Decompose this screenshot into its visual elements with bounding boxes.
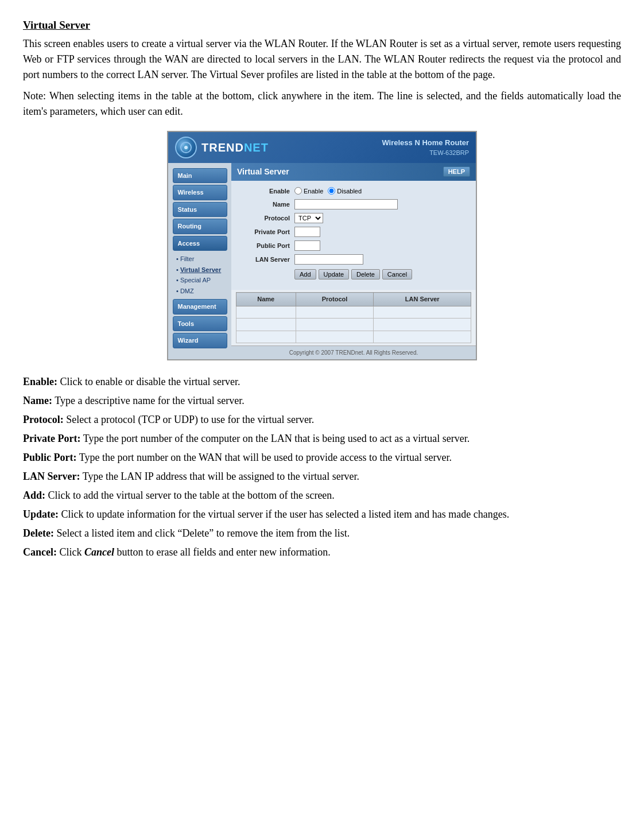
disabled-radio-label[interactable]: Disabled: [328, 187, 362, 196]
table-header-row: Name Protocol LAN Server: [236, 293, 471, 306]
desc-enable-text: Click to enable or disable the virtual s…: [60, 376, 240, 387]
brand-text: TRENDNET: [201, 139, 269, 156]
desc-private-port: Private Port: Type the port number of th…: [23, 431, 621, 446]
desc-public-port-term: Public Port:: [23, 452, 76, 463]
enable-radio-label[interactable]: Enable: [294, 187, 323, 196]
nav-access[interactable]: Access: [173, 236, 227, 251]
router-nav: Main Wireless Status Routing Access Filt…: [168, 163, 231, 360]
desc-name: Name: Type a descriptive name for the vi…: [23, 393, 621, 409]
table-row[interactable]: [236, 331, 471, 343]
nav-routing[interactable]: Routing: [173, 219, 227, 234]
help-button[interactable]: HELP: [443, 166, 470, 177]
protocol-label: Protocol: [240, 213, 294, 223]
model-info: Wireless N Home Router TEW-632BRP: [382, 137, 469, 158]
nav-subitem-dmz[interactable]: DMZ: [176, 286, 231, 297]
public-port-input[interactable]: [294, 240, 320, 251]
desc-protocol-term: Protocol:: [23, 414, 64, 425]
desc-delete: Delete: Select a listed item and click “…: [23, 526, 621, 541]
table-cell-protocol: [296, 331, 374, 343]
enable-radio-enable[interactable]: [294, 187, 302, 195]
name-label: Name: [240, 200, 294, 209]
add-button[interactable]: Add: [294, 269, 316, 279]
desc-enable-term: Enable:: [23, 376, 57, 387]
lan-server-input[interactable]: [294, 254, 363, 265]
table-cell-protocol: [296, 319, 374, 331]
desc-update-term: Update:: [23, 508, 59, 520]
nav-subitem-virtual-server[interactable]: Virtual Server: [176, 265, 231, 275]
page-title: Virtual Server: [23, 17, 621, 34]
router-header: TRENDNET Wireless N Home Router TEW-632B…: [168, 132, 476, 163]
nav-subitem-filter[interactable]: Filter: [176, 254, 231, 265]
desc-update-text: Click to update information for the virt…: [61, 508, 510, 520]
protocol-select[interactable]: TCP UDP: [294, 213, 323, 223]
description-section: Enable: Click to enable or disable the v…: [23, 374, 621, 560]
desc-cancel-pre-text: Click: [59, 546, 84, 558]
desc-add-term: Add:: [23, 490, 45, 501]
table-cell-name: [236, 331, 296, 343]
table-cell-lan: [374, 306, 471, 319]
desc-update: Update: Click to update information for …: [23, 507, 621, 522]
access-subitems: Filter Virtual Server Special AP DMZ: [168, 253, 231, 297]
enable-label: Enable: [240, 187, 294, 196]
private-port-label: Private Port: [240, 227, 294, 237]
private-port-control: [294, 227, 320, 237]
delete-button[interactable]: Delete: [351, 269, 380, 279]
desc-add-text: Click to add the virtual server to the t…: [48, 490, 335, 501]
col-protocol: Protocol: [296, 293, 374, 306]
nav-subitem-special-ap[interactable]: Special AP: [176, 275, 231, 286]
desc-cancel-post-text: button to erase all fields and enter new…: [114, 546, 331, 558]
lan-server-label: LAN Server: [240, 255, 294, 265]
nav-status[interactable]: Status: [173, 202, 227, 218]
col-lan-server: LAN Server: [374, 293, 471, 306]
table-cell-name: [236, 319, 296, 331]
desc-delete-text: Select a listed item and click “Delete” …: [56, 527, 350, 539]
nav-tools[interactable]: Tools: [173, 316, 227, 332]
nav-management[interactable]: Management: [173, 299, 227, 315]
desc-name-text: Type a descriptive name for the virtual …: [55, 395, 245, 406]
private-port-input[interactable]: [294, 227, 320, 237]
table-body: [236, 306, 471, 343]
table-cell-lan: [374, 319, 471, 331]
desc-private-port-term: Private Port:: [23, 433, 80, 444]
model-number: TEW-632BRP: [382, 148, 469, 158]
nav-wizard[interactable]: Wizard: [173, 333, 227, 348]
desc-add: Add: Click to add the virtual server to …: [23, 488, 621, 503]
content-title: Virtual Server: [237, 166, 289, 178]
table-cell-protocol: [296, 306, 374, 319]
desc-lan-server-term: LAN Server:: [23, 471, 80, 482]
table-row[interactable]: [236, 319, 471, 331]
enable-row: Enable Enable Disabled: [240, 187, 467, 196]
public-port-row: Public Port: [240, 240, 467, 251]
svg-point-1: [184, 146, 188, 149]
desc-cancel-italic: Cancel: [84, 546, 114, 558]
cancel-button[interactable]: Cancel: [382, 269, 412, 279]
desc-private-port-text: Type the port number of the computer on …: [83, 433, 470, 444]
nav-main[interactable]: Main: [173, 168, 227, 184]
desc-public-port: Public Port: Type the port number on the…: [23, 450, 621, 465]
virtual-server-table: Name Protocol LAN Server: [236, 292, 471, 343]
nav-wireless[interactable]: Wireless: [173, 185, 227, 200]
router-logo: TRENDNET: [175, 137, 269, 158]
update-button[interactable]: Update: [319, 269, 349, 279]
model-title: Wireless N Home Router: [382, 137, 469, 149]
lan-server-row: LAN Server: [240, 254, 467, 265]
lan-server-control: [294, 254, 363, 265]
public-port-control: [294, 240, 320, 251]
desc-public-port-text: Type the port number on the WAN that wil…: [79, 452, 452, 463]
intro-para-1: This screen enables users to create a vi…: [23, 36, 621, 83]
name-input[interactable]: [294, 199, 398, 209]
enable-radio-disabled[interactable]: [328, 187, 335, 195]
logo-circle-icon: [175, 137, 197, 158]
router-footer: Copyright © 2007 TRENDnet. All Rights Re…: [231, 345, 476, 359]
table-cell-lan: [374, 331, 471, 343]
desc-name-term: Name:: [23, 395, 52, 406]
table-area: Name Protocol LAN Server: [236, 292, 471, 343]
intro-para-2: Note: When selecting items in the table …: [23, 88, 621, 119]
col-name: Name: [236, 293, 296, 306]
table-row[interactable]: [236, 306, 471, 319]
action-buttons: Add Update Delete Cancel: [294, 269, 467, 279]
enable-controls: Enable Disabled: [294, 187, 362, 196]
public-port-label: Public Port: [240, 241, 294, 251]
desc-cancel: Cancel: Click Cancel button to erase all…: [23, 545, 621, 560]
form-area: Enable Enable Disabled Name: [231, 181, 476, 290]
